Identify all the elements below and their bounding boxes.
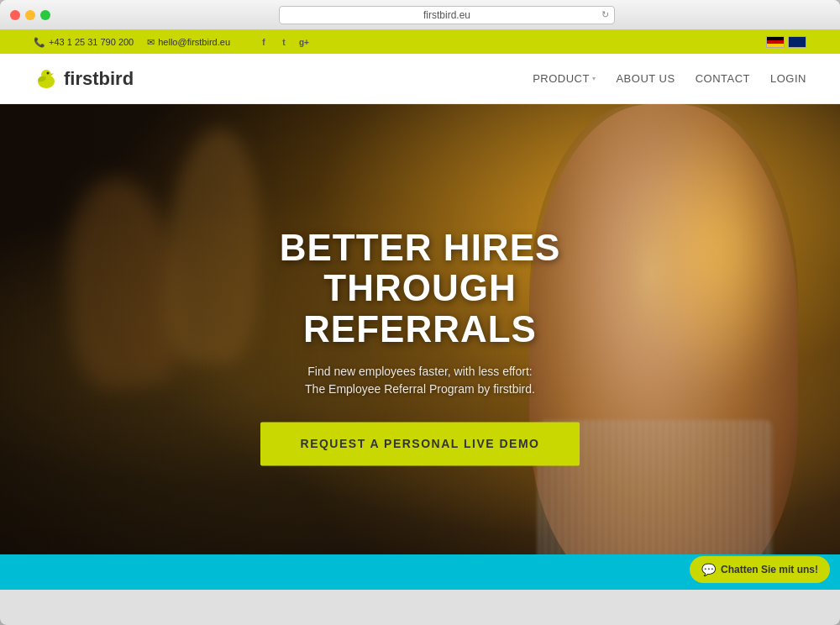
nav-product[interactable]: PRODUCT ▾ bbox=[533, 72, 596, 85]
maximize-button[interactable] bbox=[40, 10, 50, 20]
hero-section: BETTER HIRES THROUGH REFERRALS Find new … bbox=[0, 104, 840, 590]
minimize-button[interactable] bbox=[25, 10, 35, 20]
social-links: f t g+ bbox=[257, 35, 311, 49]
language-flags bbox=[766, 36, 806, 48]
bird-logo-icon bbox=[34, 66, 59, 92]
product-dropdown-arrow: ▾ bbox=[592, 75, 596, 82]
email-info: ✉ hello@firstbird.eu bbox=[147, 37, 230, 48]
nav-login[interactable]: LOGIN bbox=[770, 72, 806, 85]
hero-subtitle: Find new employees faster, with less eff… bbox=[210, 364, 630, 399]
window-controls bbox=[10, 10, 50, 20]
hero-subtitle-line1: Find new employees faster, with less eff… bbox=[307, 365, 532, 379]
url-text: firstbird.eu bbox=[423, 9, 470, 21]
german-flag[interactable] bbox=[766, 36, 785, 48]
browser-window: firstbird.eu ↻ 📞 +43 1 25 31 790 200 ✉ h… bbox=[0, 0, 840, 625]
chat-bubble-icon: 💬 bbox=[701, 563, 716, 576]
topbar-contact-info: 📞 +43 1 25 31 790 200 ✉ hello@firstbird.… bbox=[34, 35, 311, 49]
nav-login-label: LOGIN bbox=[770, 72, 806, 85]
phone-number: +43 1 25 31 790 200 bbox=[49, 37, 134, 47]
nav-contact-label: CONTACT bbox=[696, 72, 750, 85]
english-flag[interactable] bbox=[788, 36, 806, 48]
hero-subtitle-line2: The Employee Referral Program by firstbi… bbox=[305, 383, 535, 397]
logo[interactable]: firstbird bbox=[34, 66, 134, 92]
website-content: 📞 +43 1 25 31 790 200 ✉ hello@firstbird.… bbox=[0, 30, 840, 625]
nav-about-label: ABOUT US bbox=[616, 72, 675, 85]
hero-title-line2: THROUGH REFERRALS bbox=[303, 268, 537, 349]
facebook-icon[interactable]: f bbox=[257, 35, 270, 49]
hero-title: BETTER HIRES THROUGH REFERRALS bbox=[210, 228, 630, 349]
phone-info: 📞 +43 1 25 31 790 200 bbox=[34, 37, 134, 48]
svg-point-2 bbox=[47, 71, 50, 74]
email-icon: ✉ bbox=[147, 37, 155, 48]
browser-titlebar: firstbird.eu ↻ bbox=[0, 0, 840, 30]
main-navbar: firstbird PRODUCT ▾ ABOUT US CONTACT LOG… bbox=[0, 54, 840, 104]
email-address: hello@firstbird.eu bbox=[158, 37, 230, 47]
cta-button[interactable]: REQUEST A PERSONAL LIVE DEMO bbox=[260, 423, 580, 466]
main-navigation: PRODUCT ▾ ABOUT US CONTACT LOGIN bbox=[533, 72, 806, 85]
twitter-icon[interactable]: t bbox=[277, 35, 291, 49]
refresh-icon[interactable]: ↻ bbox=[601, 9, 609, 20]
googleplus-icon[interactable]: g+ bbox=[297, 35, 311, 49]
address-bar[interactable]: firstbird.eu ↻ bbox=[279, 6, 615, 24]
close-button[interactable] bbox=[10, 10, 20, 20]
nav-contact[interactable]: CONTACT bbox=[696, 72, 750, 85]
nav-about[interactable]: ABOUT US bbox=[616, 72, 675, 85]
logo-text: firstbird bbox=[64, 68, 134, 90]
topbar: 📞 +43 1 25 31 790 200 ✉ hello@firstbird.… bbox=[0, 30, 840, 54]
hero-content: BETTER HIRES THROUGH REFERRALS Find new … bbox=[210, 228, 630, 465]
hero-title-line1: BETTER HIRES bbox=[280, 227, 561, 268]
chat-widget[interactable]: 💬 Chatten Sie mit uns! bbox=[690, 556, 830, 583]
chat-label: Chatten Sie mit uns! bbox=[721, 564, 818, 575]
phone-icon: 📞 bbox=[34, 37, 45, 48]
nav-product-label: PRODUCT bbox=[533, 72, 590, 85]
svg-marker-3 bbox=[51, 73, 54, 76]
